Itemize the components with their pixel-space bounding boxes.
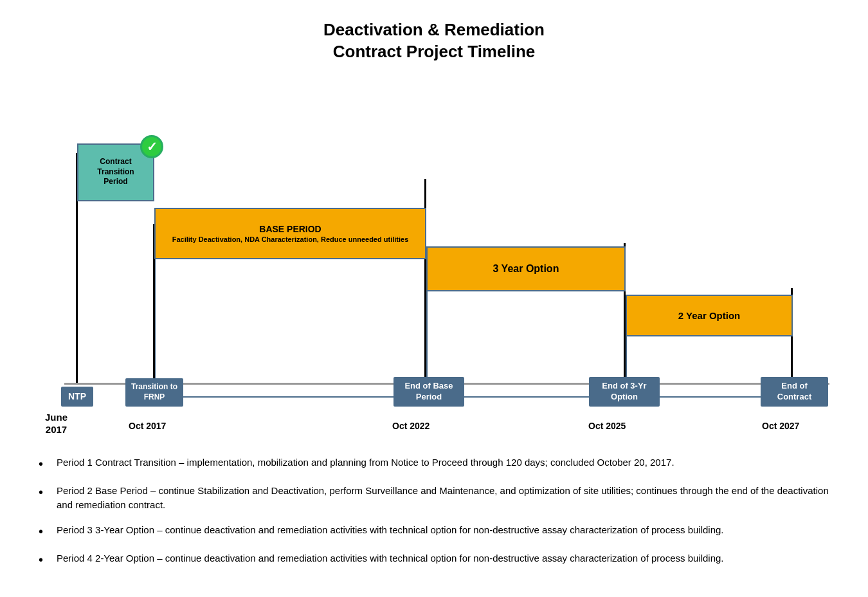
bullet-item-period3: • Period 3 3-Year Option – continue deac…: [39, 523, 829, 541]
bullet-text-period1: Period 1 Contract Transition – implement…: [57, 455, 674, 470]
2yr-option-label: 2 Year Option: [678, 310, 740, 321]
milestone-eoc-label: End of Contract: [777, 381, 811, 401]
base-period-title: BASE PERIOD: [259, 224, 321, 234]
2yr-option-bar: 2 Year Option: [626, 295, 793, 336]
title-line1: Deactivation & Remediation: [323, 20, 545, 39]
base-period-bar: BASE PERIOD Facility Deactivation, NDA C…: [154, 208, 426, 259]
bullet-section: • Period 1 Contract Transition – impleme…: [26, 455, 842, 569]
milestone-trans-label: Transition toFRNP: [131, 382, 177, 401]
bullet-dot-1: •: [39, 454, 51, 473]
bullet-text-period4: Period 4 2-Year Option – continue deacti…: [57, 551, 724, 566]
date-june2017: June2017: [45, 411, 68, 436]
page-title: Deactivation & Remediation Contract Proj…: [26, 19, 842, 63]
bullet-text-period2: Period 2 Base Period – continue Stabiliz…: [57, 484, 829, 513]
milestone-eoc: End of Contract: [761, 377, 828, 407]
date-oct2027: Oct 2027: [762, 421, 799, 431]
contract-transition-label: ContractTransitionPeriod: [97, 157, 134, 187]
bullet-dot-4: •: [39, 550, 51, 569]
3yr-option-label: 3 Year Option: [493, 263, 559, 275]
milestone-base-end: End of Base Period: [393, 377, 464, 407]
milestone-base-end-label: End of Base Period: [404, 381, 453, 401]
bullet-item-period4: • Period 4 2-Year Option – continue deac…: [39, 551, 829, 569]
bullet-item-period1: • Period 1 Contract Transition – impleme…: [39, 455, 829, 473]
checkmark-symbol: ✓: [147, 139, 158, 154]
date-oct2022: Oct 2022: [392, 421, 429, 431]
date-oct2025: Oct 2025: [588, 421, 626, 431]
base-period-subtitle: Facility Deactivation, NDA Characterizat…: [172, 235, 409, 243]
milestone-transition: Transition toFRNP: [125, 378, 183, 406]
date-oct2017: Oct 2017: [129, 421, 166, 431]
milestone-ntp: NTP: [61, 387, 93, 406]
milestone-3yr-end: End of 3-Yr Option: [589, 377, 660, 407]
title-line2: Contract Project Timeline: [333, 42, 536, 61]
milestone-3yr-label: End of 3-Yr Option: [602, 381, 646, 401]
timeline-area: ContractTransitionPeriod ✓ BASE PERIOD F…: [26, 82, 842, 443]
3yr-option-bar: 3 Year Option: [426, 246, 626, 291]
bullet-text-period3: Period 3 3-Year Option – continue deacti…: [57, 523, 724, 538]
bullet-item-period2: • Period 2 Base Period – continue Stabil…: [39, 484, 829, 513]
bullet-dot-3: •: [39, 522, 51, 541]
milestone-ntp-label: NTP: [68, 391, 86, 401]
bullet-dot-2: •: [39, 482, 51, 502]
checkmark-icon: ✓: [140, 135, 163, 158]
